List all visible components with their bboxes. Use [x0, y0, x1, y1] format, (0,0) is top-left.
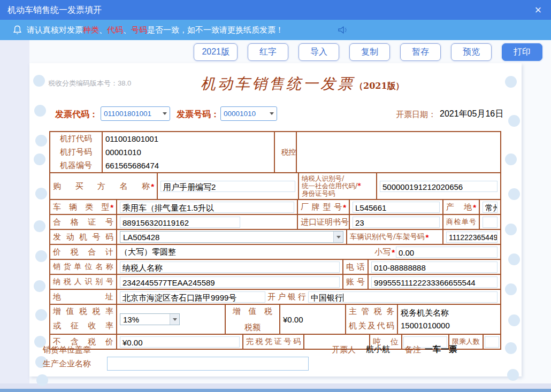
- vat-rate-select[interactable]: 13%: [120, 313, 180, 325]
- net-price-input[interactable]: ¥0.00: [120, 336, 240, 348]
- tax-control-code-label: 税控码: [275, 132, 297, 172]
- account-label: 账号: [343, 275, 369, 289]
- inspection-input[interactable]: [483, 217, 498, 228]
- seller-tax-id-cell: 2342445577TEAA245589: [117, 275, 343, 289]
- origin-input[interactable]: 常州: [483, 202, 498, 213]
- dialog-titlebar: 机动车销售统一发票填开 ×: [0, 0, 551, 20]
- issue-date-value: 2021年05月16日: [440, 109, 503, 120]
- invoice-dialog: 机动车销售统一发票填开 × 请认真核对发票种类、代码、号码是否一致，如不一致请更…: [0, 0, 551, 392]
- bank-input[interactable]: 中国银行: [308, 291, 498, 303]
- total-price-cell: （大写）零圆整 小写 * 0.00: [117, 245, 500, 259]
- chevron-down-icon: [333, 232, 343, 242]
- tax-authority-label: 主管税务 机关及代码: [346, 305, 398, 334]
- phone-label: 电话: [343, 260, 369, 274]
- buyer-tax-id-label: 纳税人识别号/ 统一社会信用代码/* 身份证号码: [299, 173, 377, 199]
- tax-cert-label: 完税凭证号码: [243, 335, 304, 349]
- drawer-label: 开票人: [332, 345, 356, 355]
- phone-cell: 010-88888888: [369, 260, 500, 274]
- buyer-name-label: 购买方名称*: [50, 173, 158, 199]
- left-decoration-strip: [0, 40, 29, 384]
- vehicle-type-label: 车辆类型*: [50, 200, 117, 214]
- text-cursor: [343, 294, 343, 302]
- preview-button[interactable]: 预览: [451, 43, 492, 61]
- total-price-label: 价税合计: [50, 245, 117, 259]
- machine-labels: 机打代码 机打号码 机器编号: [50, 132, 103, 172]
- buyer-name-cell: 用户手册编写2: [158, 173, 299, 199]
- vin-input[interactable]: 11122236544969305: [446, 232, 498, 243]
- total-lowercase-input[interactable]: 0.00: [396, 247, 498, 258]
- inspection-label: 商检单号: [443, 215, 480, 229]
- passengers-input[interactable]: [485, 336, 499, 348]
- import-cert-input[interactable]: 23: [353, 217, 440, 228]
- tax-authority-cell: 税务机关名称 15001010000: [398, 305, 500, 334]
- certificate-input[interactable]: 889156320119162: [120, 217, 240, 228]
- vat-amount-label: 增值税 税额: [226, 305, 280, 334]
- seller-name-cell: 纳税人名称: [117, 260, 343, 274]
- inspection-cell: [480, 215, 500, 229]
- vat-amount-value: ¥0.00: [283, 315, 303, 324]
- bottom-strip-light: [0, 383, 551, 389]
- chevron-down-icon: [270, 112, 274, 115]
- version-2021-button[interactable]: 2021版: [194, 43, 238, 61]
- machine-values: 011001801001 00001010 661565686474: [103, 132, 275, 172]
- vin-label: 车辆识别代号/车架号码*: [347, 230, 443, 244]
- vin-cell: 11122236544969305: [443, 230, 500, 244]
- print-button[interactable]: 打印: [502, 43, 542, 61]
- certificate-cell: 889156320119162: [117, 215, 298, 229]
- total-lowercase-label: 小写: [374, 247, 391, 257]
- seller-tax-id-label: 纳税人识别号: [50, 275, 117, 289]
- dialog-title: 机动车销售统一发票填开: [7, 0, 102, 20]
- vat-rate-label: 增值税税率 或征收率: [50, 305, 117, 334]
- address-input[interactable]: 北京市海淀区杏石口路甲9999号: [120, 291, 265, 303]
- notice-bar: 请认真核对发票种类、代码、号码是否一致，如不一致请更换纸质发票！: [0, 20, 551, 40]
- save-draft-button[interactable]: 暂存: [400, 43, 441, 61]
- engine-number-select[interactable]: LA505428: [120, 231, 343, 243]
- manufacturer-label: 生产企业名称: [43, 359, 91, 369]
- account-input[interactable]: 99955511122233366655544: [371, 276, 498, 288]
- drawer-value: 航小航: [366, 344, 390, 355]
- total-uppercase-value: （大写）零圆整: [120, 247, 176, 257]
- invoice-code-select[interactable]: 011001801001: [101, 106, 170, 121]
- address-bank-cell: 北京市海淀区杏石口路甲9999号 开户银行 中国银行: [117, 290, 500, 304]
- issue-date-label: 开票日期：: [396, 110, 436, 120]
- tax-code-version-note: 税收分类编码版本号：38.0: [48, 79, 131, 88]
- brand-model-input[interactable]: L545661: [353, 202, 440, 213]
- toolbar: 2021版 红字 导入 复制 暂存 预览 打印: [194, 43, 542, 61]
- invoice-title: 机动车销售统一发票（2021版）: [201, 74, 404, 94]
- import-cert-label: 进口证明书号: [298, 215, 350, 229]
- seller-name-input[interactable]: 纳税人名称: [120, 262, 340, 273]
- notice-text: 请认真核对发票种类、代码、号码是否一致，如不一致请更换纸质发票！: [27, 20, 284, 40]
- account-cell: 99955511122233366655544: [369, 275, 500, 289]
- close-icon[interactable]: ×: [531, 3, 546, 18]
- engine-number-cell: LA505428: [117, 230, 347, 244]
- copy-button[interactable]: 复制: [349, 43, 390, 61]
- origin-cell: 常州: [480, 200, 500, 214]
- red-letter-button[interactable]: 红字: [248, 43, 288, 61]
- phone-input[interactable]: 010-88888888: [371, 262, 498, 273]
- brand-model-label: 厂牌型号*: [298, 200, 350, 214]
- engine-number-label: 发动机号码: [50, 230, 117, 244]
- certificate-label: 合格证号: [50, 215, 117, 229]
- manufacturer-input[interactable]: [107, 357, 309, 371]
- vat-rate-cell: 13%: [117, 305, 226, 334]
- invoice-number-label: 发票号码：: [177, 109, 219, 120]
- address-label: 地址: [50, 290, 117, 304]
- vat-amount-cell: ¥0.00: [280, 305, 346, 334]
- remark-label: 备注: [405, 345, 421, 355]
- brand-model-cell: L545661: [350, 200, 443, 214]
- tax-control-code-cell: [297, 132, 500, 172]
- speaker-icon[interactable]: [337, 25, 349, 37]
- buyer-name-input[interactable]: 用户手册编写2: [160, 181, 295, 192]
- import-button[interactable]: 导入: [299, 43, 339, 61]
- chevron-down-icon: [163, 112, 167, 115]
- vehicle-type-cell: 乘用车（排气量在1.5升以: [117, 200, 298, 214]
- passengers-cell: [484, 335, 500, 349]
- seller-name-label: 销货单位名称: [50, 260, 117, 274]
- seller-tax-id-input[interactable]: 2342445577TEAA245589: [120, 276, 340, 288]
- invoice-number-select[interactable]: 00001010: [220, 106, 277, 121]
- import-cert-cell: 23: [350, 215, 443, 229]
- net-price-cell: ¥0.00: [117, 335, 243, 349]
- bank-label: 开户银行: [267, 292, 306, 302]
- vehicle-type-input[interactable]: 乘用车（排气量在1.5升以: [120, 202, 294, 213]
- buyer-tax-id-input[interactable]: 500000191212020656: [380, 181, 498, 192]
